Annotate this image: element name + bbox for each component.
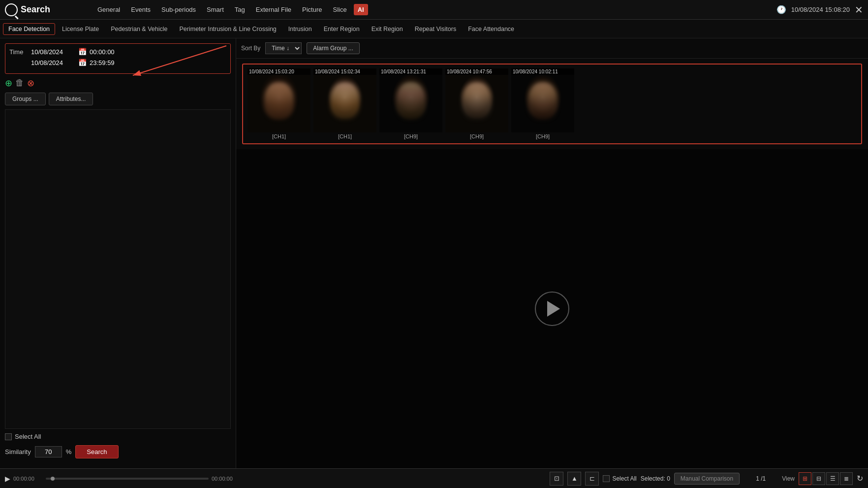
face-blur-1 bbox=[330, 82, 360, 119]
tab-face-attendance[interactable]: Face Attendance bbox=[463, 24, 519, 34]
thumb-image-1: 10/08/2024 15:02:34 bbox=[313, 68, 376, 132]
nav-general[interactable]: General bbox=[93, 4, 124, 15]
alarm-group-button[interactable]: Alarm Group ... bbox=[307, 42, 359, 54]
similarity-row: Similarity 70 % Search bbox=[5, 445, 231, 458]
zoom-in-button[interactable]: ▲ bbox=[567, 472, 581, 486]
view-detail[interactable]: ≣ bbox=[840, 472, 853, 485]
search-button[interactable]: Search bbox=[75, 445, 118, 458]
play-button-small[interactable]: ▶ bbox=[5, 475, 10, 483]
start-calendar-icon[interactable]: 📅 bbox=[78, 48, 87, 56]
view-grid-4[interactable]: ⊞ bbox=[799, 472, 811, 485]
select-all-row: Select All bbox=[5, 433, 231, 440]
bottom-select-all-checkbox[interactable] bbox=[603, 475, 610, 482]
icons-row: ⊕ 🗑 ⊗ bbox=[5, 78, 231, 89]
thumb-channel-1: [CH1] bbox=[338, 133, 352, 139]
reset-icon[interactable]: ⊗ bbox=[27, 78, 34, 89]
tab-license-plate[interactable]: License Plate bbox=[57, 24, 104, 34]
search-logo: Search bbox=[5, 3, 50, 16]
thumb-image-4: 10/08/2024 10:02:11 bbox=[511, 68, 574, 132]
time-section: Time 10/08/2024 📅 00:00:00 10/08/2024 📅 … bbox=[5, 43, 231, 74]
face-blur-0 bbox=[264, 82, 294, 119]
clock-icon: 🕐 bbox=[776, 5, 786, 14]
tab-pedestrian-vehicle[interactable]: Pedestrian & Vehicle bbox=[106, 24, 172, 34]
thumb-timestamp-0: 10/08/2024 15:03:20 bbox=[248, 68, 310, 75]
tab-perimeter[interactable]: Perimeter Intrusion & Line Crossing bbox=[175, 24, 281, 34]
face-overlay-1 bbox=[313, 68, 376, 132]
nav-ai[interactable]: AI bbox=[354, 4, 368, 15]
tab-enter-region[interactable]: Enter Region bbox=[319, 24, 365, 34]
app-title: Search bbox=[21, 4, 50, 15]
start-time: 00:00:00 bbox=[90, 48, 115, 56]
nav-external-file[interactable]: External File bbox=[252, 4, 295, 15]
search-icon bbox=[5, 3, 18, 16]
attributes-button[interactable]: Attributes... bbox=[49, 93, 93, 105]
play-button-large[interactable] bbox=[535, 292, 569, 326]
close-button[interactable]: ✕ bbox=[855, 4, 863, 16]
nav-tag[interactable]: Tag bbox=[231, 4, 249, 15]
refresh-button[interactable]: ↻ bbox=[857, 474, 863, 483]
sub-nav: Face Detection License Plate Pedestrian … bbox=[0, 20, 868, 38]
thumb-item-3[interactable]: 10/08/2024 10:47:56 [CH9] bbox=[445, 68, 509, 139]
timeline-bar[interactable] bbox=[46, 478, 209, 480]
thumb-item-0[interactable]: 10/08/2024 15:03:20 [CH1] bbox=[247, 68, 311, 139]
thumb-item-2[interactable]: 10/08/2024 13:21:31 [CH9] bbox=[379, 68, 443, 139]
video-area bbox=[236, 149, 868, 468]
view-list[interactable]: ☰ bbox=[826, 472, 839, 485]
snapshot-button[interactable]: ⊡ bbox=[550, 472, 563, 486]
left-panel: Time 10/08/2024 📅 00:00:00 10/08/2024 📅 … bbox=[0, 38, 236, 468]
timeline-progress bbox=[51, 477, 55, 481]
nav-events[interactable]: Events bbox=[127, 4, 155, 15]
timeline-start-time: 00:00:00 bbox=[13, 476, 43, 482]
thumb-item-1[interactable]: 10/08/2024 15:02:34 [CH1] bbox=[313, 68, 377, 139]
time-start-row: Time 10/08/2024 📅 00:00:00 bbox=[9, 48, 226, 56]
thumb-image-3: 10/08/2024 10:47:56 bbox=[445, 68, 508, 132]
nav-picture[interactable]: Picture bbox=[298, 4, 326, 15]
tab-exit-region[interactable]: Exit Region bbox=[367, 24, 408, 34]
sort-select[interactable]: Time ↓ Time ↑ bbox=[265, 42, 302, 54]
nav-slice[interactable]: Slice bbox=[329, 4, 350, 15]
bottom-select-all-label: Select All bbox=[612, 475, 636, 482]
add-icon[interactable]: ⊕ bbox=[5, 78, 12, 89]
select-all-checkbox[interactable] bbox=[5, 433, 12, 440]
play-icon bbox=[547, 301, 560, 317]
thumb-timestamp-3: 10/08/2024 10:47:56 bbox=[445, 68, 508, 75]
delete-icon[interactable]: 🗑 bbox=[15, 78, 24, 89]
groups-attrs-row: Groups ... Attributes... bbox=[5, 93, 231, 105]
similarity-input[interactable]: 70 bbox=[35, 446, 62, 457]
top-bar-right: 🕐 10/08/2024 15:08:20 ✕ bbox=[776, 4, 863, 16]
thumb-item-4[interactable]: 10/08/2024 10:02:11 [CH9] bbox=[511, 68, 575, 139]
bottom-right: ⊡ ▲ ⊏ Select All Selected: 0 Manual Comp… bbox=[550, 472, 863, 486]
app-logo-area: Search bbox=[5, 3, 84, 16]
thumb-channel-4: [CH9] bbox=[536, 133, 550, 139]
nav-smart[interactable]: Smart bbox=[203, 4, 228, 15]
thumb-image-2: 10/08/2024 13:21:31 bbox=[379, 68, 442, 132]
thumbnails-row: 10/08/2024 15:03:20 [CH1] 10/08/2024 15:… bbox=[247, 68, 857, 139]
groups-button[interactable]: Groups ... bbox=[5, 93, 46, 105]
main-layout: Time 10/08/2024 📅 00:00:00 10/08/2024 📅 … bbox=[0, 38, 868, 468]
face-overlay-3 bbox=[445, 68, 508, 132]
face-blur-2 bbox=[396, 82, 426, 119]
view-grid-6[interactable]: ⊟ bbox=[812, 472, 825, 485]
filter-area bbox=[5, 109, 231, 429]
datetime-display: 10/08/2024 15:08:20 bbox=[791, 6, 850, 13]
thumbnails-wrapper: 10/08/2024 15:03:20 [CH1] 10/08/2024 15:… bbox=[236, 59, 868, 149]
similarity-label: Similarity bbox=[5, 448, 31, 455]
nav-subperiods[interactable]: Sub-periods bbox=[157, 4, 200, 15]
similarity-unit: % bbox=[66, 448, 72, 455]
tab-repeat-visitors[interactable]: Repeat Visitors bbox=[410, 24, 462, 34]
results-toolbar: Sort By Time ↓ Time ↑ Alarm Group ... bbox=[236, 38, 868, 59]
select-all-label: Select All bbox=[15, 433, 41, 440]
tab-intrusion[interactable]: Intrusion bbox=[283, 24, 317, 34]
thumb-timestamp-2: 10/08/2024 13:21:31 bbox=[379, 68, 442, 75]
end-calendar-icon[interactable]: 📅 bbox=[78, 59, 87, 66]
thumb-channel-0: [CH1] bbox=[272, 133, 286, 139]
face-blur-4 bbox=[528, 82, 558, 119]
top-bar: Search General Events Sub-periods Smart … bbox=[0, 0, 868, 20]
tab-face-detection[interactable]: Face Detection bbox=[3, 23, 55, 35]
zoom-out-button[interactable]: ⊏ bbox=[585, 472, 599, 486]
manual-comparison-button[interactable]: Manual Comparison bbox=[674, 473, 740, 485]
end-date: 10/08/2024 bbox=[31, 59, 75, 66]
selected-count-label: Selected: 0 bbox=[641, 475, 670, 482]
page-number: 1 /1 bbox=[744, 475, 778, 482]
face-blur-3 bbox=[462, 82, 492, 119]
